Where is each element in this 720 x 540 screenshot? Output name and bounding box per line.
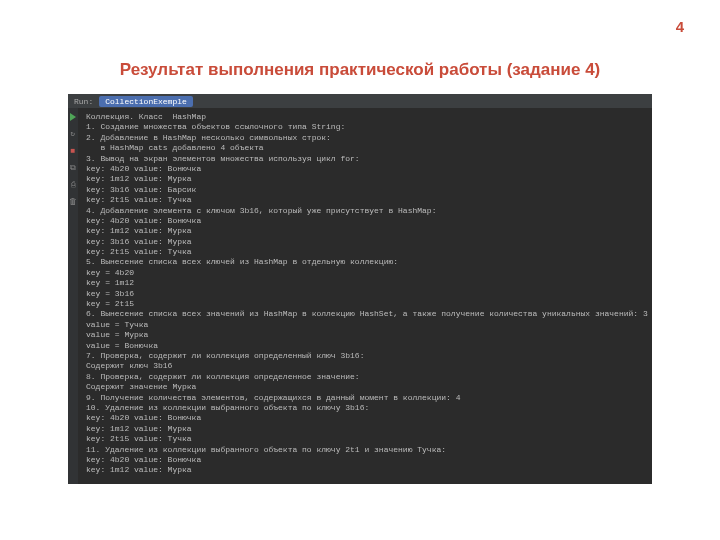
slide-number: 4	[676, 18, 684, 35]
pin-icon[interactable]: ⎙	[68, 180, 78, 190]
console-output: Коллекция. Класс HashMap 1. Создание мно…	[78, 108, 656, 484]
run-toolbar: Run: CollectionExemple	[68, 94, 652, 108]
trash-icon[interactable]: 🗑	[68, 197, 78, 207]
layout-icon[interactable]: ⧉	[68, 163, 78, 173]
page-title: Результат выполнения практической работы…	[0, 60, 720, 80]
ide-console-panel: ↻ ■ ⧉ ⎙ 🗑 Коллекция. Класс HashMap 1. Со…	[68, 108, 652, 484]
run-config-tab[interactable]: CollectionExemple	[99, 96, 193, 107]
run-gutter: ↻ ■ ⧉ ⎙ 🗑	[68, 108, 78, 484]
stop-icon[interactable]: ■	[68, 146, 78, 156]
run-icon[interactable]	[68, 112, 78, 122]
rerun-icon[interactable]: ↻	[68, 129, 78, 139]
run-label: Run:	[74, 97, 93, 106]
